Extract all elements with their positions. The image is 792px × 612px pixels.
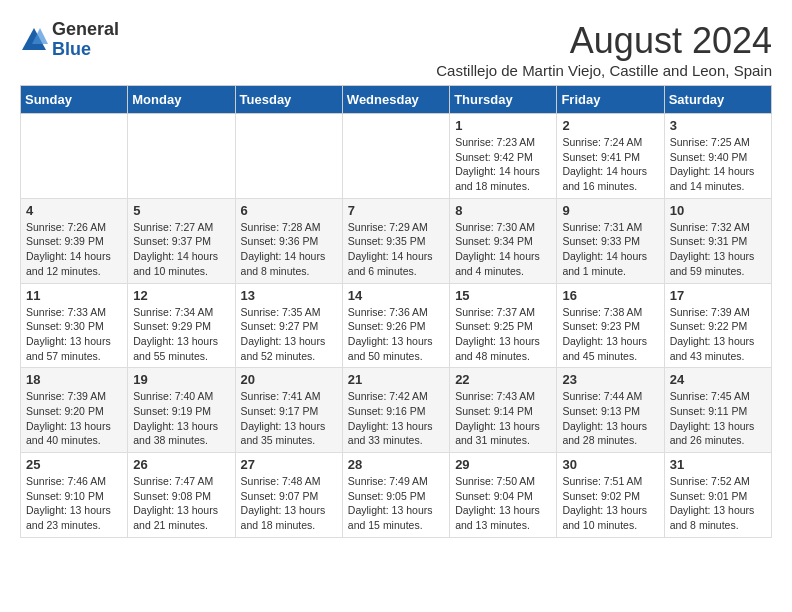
calendar-cell	[21, 114, 128, 199]
calendar-header-friday: Friday	[557, 86, 664, 114]
calendar-cell: 27Sunrise: 7:48 AM Sunset: 9:07 PM Dayli…	[235, 453, 342, 538]
calendar-cell: 30Sunrise: 7:51 AM Sunset: 9:02 PM Dayli…	[557, 453, 664, 538]
day-info: Sunrise: 7:40 AM Sunset: 9:19 PM Dayligh…	[133, 389, 229, 448]
calendar-cell	[235, 114, 342, 199]
day-info: Sunrise: 7:51 AM Sunset: 9:02 PM Dayligh…	[562, 474, 658, 533]
day-number: 17	[670, 288, 766, 303]
calendar-cell: 31Sunrise: 7:52 AM Sunset: 9:01 PM Dayli…	[664, 453, 771, 538]
calendar-header-monday: Monday	[128, 86, 235, 114]
day-info: Sunrise: 7:37 AM Sunset: 9:25 PM Dayligh…	[455, 305, 551, 364]
day-number: 15	[455, 288, 551, 303]
day-info: Sunrise: 7:33 AM Sunset: 9:30 PM Dayligh…	[26, 305, 122, 364]
day-info: Sunrise: 7:36 AM Sunset: 9:26 PM Dayligh…	[348, 305, 444, 364]
day-info: Sunrise: 7:45 AM Sunset: 9:11 PM Dayligh…	[670, 389, 766, 448]
day-number: 3	[670, 118, 766, 133]
day-number: 24	[670, 372, 766, 387]
day-number: 22	[455, 372, 551, 387]
day-info: Sunrise: 7:23 AM Sunset: 9:42 PM Dayligh…	[455, 135, 551, 194]
header: General Blue August 2024 Castillejo de M…	[20, 20, 772, 79]
day-info: Sunrise: 7:52 AM Sunset: 9:01 PM Dayligh…	[670, 474, 766, 533]
calendar-cell: 22Sunrise: 7:43 AM Sunset: 9:14 PM Dayli…	[450, 368, 557, 453]
day-number: 8	[455, 203, 551, 218]
calendar-cell: 2Sunrise: 7:24 AM Sunset: 9:41 PM Daylig…	[557, 114, 664, 199]
day-number: 10	[670, 203, 766, 218]
day-info: Sunrise: 7:34 AM Sunset: 9:29 PM Dayligh…	[133, 305, 229, 364]
calendar-cell: 21Sunrise: 7:42 AM Sunset: 9:16 PM Dayli…	[342, 368, 449, 453]
calendar-cell: 17Sunrise: 7:39 AM Sunset: 9:22 PM Dayli…	[664, 283, 771, 368]
calendar-cell: 15Sunrise: 7:37 AM Sunset: 9:25 PM Dayli…	[450, 283, 557, 368]
calendar-week-row: 18Sunrise: 7:39 AM Sunset: 9:20 PM Dayli…	[21, 368, 772, 453]
calendar-cell: 3Sunrise: 7:25 AM Sunset: 9:40 PM Daylig…	[664, 114, 771, 199]
logo-icon	[20, 26, 48, 54]
calendar-cell: 18Sunrise: 7:39 AM Sunset: 9:20 PM Dayli…	[21, 368, 128, 453]
calendar-cell: 10Sunrise: 7:32 AM Sunset: 9:31 PM Dayli…	[664, 198, 771, 283]
month-year: August 2024	[436, 20, 772, 62]
calendar-cell: 25Sunrise: 7:46 AM Sunset: 9:10 PM Dayli…	[21, 453, 128, 538]
day-info: Sunrise: 7:27 AM Sunset: 9:37 PM Dayligh…	[133, 220, 229, 279]
day-number: 25	[26, 457, 122, 472]
day-number: 18	[26, 372, 122, 387]
title-area: August 2024 Castillejo de Martin Viejo, …	[436, 20, 772, 79]
day-number: 1	[455, 118, 551, 133]
day-number: 29	[455, 457, 551, 472]
day-info: Sunrise: 7:39 AM Sunset: 9:20 PM Dayligh…	[26, 389, 122, 448]
calendar-cell: 1Sunrise: 7:23 AM Sunset: 9:42 PM Daylig…	[450, 114, 557, 199]
calendar-cell: 12Sunrise: 7:34 AM Sunset: 9:29 PM Dayli…	[128, 283, 235, 368]
calendar: SundayMondayTuesdayWednesdayThursdayFrid…	[20, 85, 772, 538]
calendar-cell: 13Sunrise: 7:35 AM Sunset: 9:27 PM Dayli…	[235, 283, 342, 368]
day-number: 23	[562, 372, 658, 387]
day-info: Sunrise: 7:39 AM Sunset: 9:22 PM Dayligh…	[670, 305, 766, 364]
day-info: Sunrise: 7:35 AM Sunset: 9:27 PM Dayligh…	[241, 305, 337, 364]
day-number: 21	[348, 372, 444, 387]
day-number: 4	[26, 203, 122, 218]
calendar-cell: 23Sunrise: 7:44 AM Sunset: 9:13 PM Dayli…	[557, 368, 664, 453]
day-info: Sunrise: 7:41 AM Sunset: 9:17 PM Dayligh…	[241, 389, 337, 448]
logo: General Blue	[20, 20, 119, 60]
day-number: 7	[348, 203, 444, 218]
calendar-cell: 4Sunrise: 7:26 AM Sunset: 9:39 PM Daylig…	[21, 198, 128, 283]
day-info: Sunrise: 7:50 AM Sunset: 9:04 PM Dayligh…	[455, 474, 551, 533]
day-number: 5	[133, 203, 229, 218]
day-number: 28	[348, 457, 444, 472]
day-info: Sunrise: 7:47 AM Sunset: 9:08 PM Dayligh…	[133, 474, 229, 533]
calendar-cell: 20Sunrise: 7:41 AM Sunset: 9:17 PM Dayli…	[235, 368, 342, 453]
day-number: 20	[241, 372, 337, 387]
calendar-header-saturday: Saturday	[664, 86, 771, 114]
day-number: 6	[241, 203, 337, 218]
day-number: 26	[133, 457, 229, 472]
calendar-cell	[342, 114, 449, 199]
calendar-cell: 28Sunrise: 7:49 AM Sunset: 9:05 PM Dayli…	[342, 453, 449, 538]
day-info: Sunrise: 7:26 AM Sunset: 9:39 PM Dayligh…	[26, 220, 122, 279]
calendar-header-thursday: Thursday	[450, 86, 557, 114]
calendar-week-row: 4Sunrise: 7:26 AM Sunset: 9:39 PM Daylig…	[21, 198, 772, 283]
calendar-week-row: 11Sunrise: 7:33 AM Sunset: 9:30 PM Dayli…	[21, 283, 772, 368]
day-info: Sunrise: 7:49 AM Sunset: 9:05 PM Dayligh…	[348, 474, 444, 533]
calendar-header-tuesday: Tuesday	[235, 86, 342, 114]
calendar-cell: 5Sunrise: 7:27 AM Sunset: 9:37 PM Daylig…	[128, 198, 235, 283]
day-info: Sunrise: 7:29 AM Sunset: 9:35 PM Dayligh…	[348, 220, 444, 279]
day-number: 31	[670, 457, 766, 472]
day-number: 14	[348, 288, 444, 303]
calendar-cell: 6Sunrise: 7:28 AM Sunset: 9:36 PM Daylig…	[235, 198, 342, 283]
day-number: 27	[241, 457, 337, 472]
day-number: 2	[562, 118, 658, 133]
day-number: 30	[562, 457, 658, 472]
day-info: Sunrise: 7:25 AM Sunset: 9:40 PM Dayligh…	[670, 135, 766, 194]
calendar-header-wednesday: Wednesday	[342, 86, 449, 114]
calendar-cell	[128, 114, 235, 199]
day-info: Sunrise: 7:43 AM Sunset: 9:14 PM Dayligh…	[455, 389, 551, 448]
day-info: Sunrise: 7:44 AM Sunset: 9:13 PM Dayligh…	[562, 389, 658, 448]
calendar-week-row: 1Sunrise: 7:23 AM Sunset: 9:42 PM Daylig…	[21, 114, 772, 199]
day-number: 16	[562, 288, 658, 303]
location: Castillejo de Martin Viejo, Castille and…	[436, 62, 772, 79]
day-info: Sunrise: 7:31 AM Sunset: 9:33 PM Dayligh…	[562, 220, 658, 279]
day-info: Sunrise: 7:28 AM Sunset: 9:36 PM Dayligh…	[241, 220, 337, 279]
day-info: Sunrise: 7:42 AM Sunset: 9:16 PM Dayligh…	[348, 389, 444, 448]
calendar-week-row: 25Sunrise: 7:46 AM Sunset: 9:10 PM Dayli…	[21, 453, 772, 538]
calendar-cell: 7Sunrise: 7:29 AM Sunset: 9:35 PM Daylig…	[342, 198, 449, 283]
calendar-header-row: SundayMondayTuesdayWednesdayThursdayFrid…	[21, 86, 772, 114]
day-number: 19	[133, 372, 229, 387]
logo-general-text: General	[52, 20, 119, 40]
day-info: Sunrise: 7:30 AM Sunset: 9:34 PM Dayligh…	[455, 220, 551, 279]
calendar-cell: 24Sunrise: 7:45 AM Sunset: 9:11 PM Dayli…	[664, 368, 771, 453]
